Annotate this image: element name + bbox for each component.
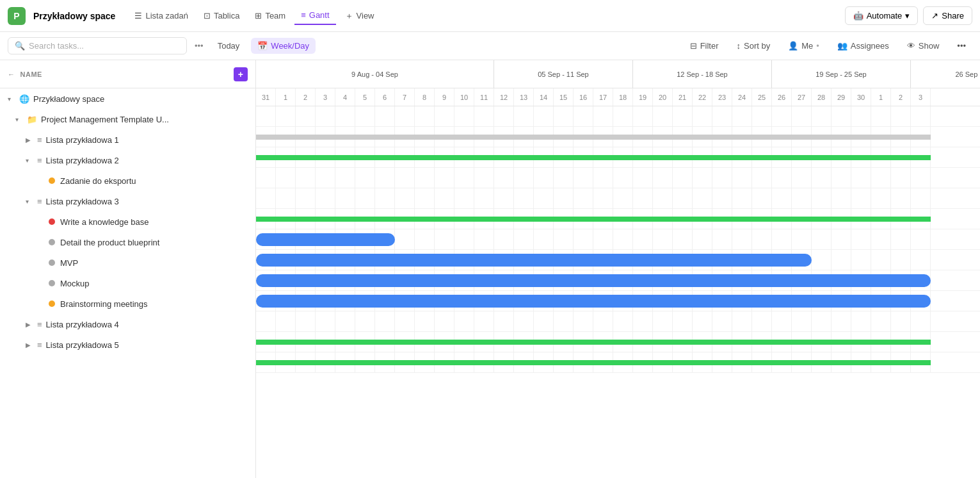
today-button[interactable]: Today xyxy=(211,38,246,54)
day-cell: 1 xyxy=(276,88,296,106)
gantt-period-header: 9 Aug - 04 Sep05 Sep - 11 Sep12 Sep - 18… xyxy=(256,60,980,88)
lista2-label: Lista przykładowa 2 xyxy=(46,156,119,165)
period-label: 19 Sep - 25 Sep xyxy=(772,60,911,88)
back-button[interactable]: ← xyxy=(8,70,15,78)
gantt-bar-green xyxy=(256,217,931,222)
day-cell: 14 xyxy=(534,88,554,106)
space-name: Przykładowy space xyxy=(33,11,115,21)
tree-item-task3[interactable]: MVP xyxy=(0,252,255,273)
tree-item-lista4[interactable]: ▶ ≡ Lista przykładowa 4 xyxy=(0,314,255,334)
day-cell: 15 xyxy=(554,88,574,106)
tree-item-task2[interactable]: Detail the product blueprint xyxy=(0,232,255,252)
tree-item-project[interactable]: ▾ 📁 Project Management Template U... xyxy=(0,109,255,129)
gantt-panel[interactable]: 9 Aug - 04 Sep05 Sep - 11 Sep12 Sep - 18… xyxy=(256,60,980,478)
top-nav: P Przykładowy space ☰ Lista zadań ⊡ Tabl… xyxy=(0,0,980,32)
list-icon: ≡ xyxy=(37,197,42,206)
day-cell: 12 xyxy=(494,88,514,106)
chevron-down-icon: ▾ xyxy=(26,198,33,205)
day-cell: 16 xyxy=(574,88,593,106)
me-label: Me xyxy=(801,41,813,51)
automate-button[interactable]: 🤖 Automate ▾ xyxy=(845,6,919,25)
nav-tablica-label: Tablica xyxy=(214,11,239,21)
chevron-right-icon: ▶ xyxy=(26,136,33,144)
day-cell: 31 xyxy=(256,88,276,106)
assignees-button[interactable]: 👥 Assignees xyxy=(831,38,896,54)
day-cell: 6 xyxy=(375,88,395,106)
chevron-down-icon: ▾ xyxy=(905,11,910,21)
more-toolbar-button[interactable]: ••• xyxy=(951,38,972,54)
lista4-label: Lista przykładowa 4 xyxy=(46,320,119,329)
gantt-bar-blue[interactable] xyxy=(256,274,931,287)
day-cell: 17 xyxy=(593,88,613,106)
tree-item-task4[interactable]: Mockup xyxy=(0,273,255,293)
add-task-button[interactable]: + xyxy=(234,67,248,81)
week-day-button[interactable]: 📅 Week/Day xyxy=(251,38,316,54)
gantt-bar-blue[interactable] xyxy=(256,254,812,267)
day-cell: 29 xyxy=(831,88,851,106)
share-button[interactable]: ↗ Share xyxy=(923,6,972,25)
gantt-bar-blue[interactable] xyxy=(256,295,931,308)
day-cell: 20 xyxy=(653,88,673,106)
tree-item-lista5[interactable]: ▶ ≡ Lista przykładowa 5 xyxy=(0,334,255,355)
day-cell: 10 xyxy=(454,88,474,106)
day-cell: 3 xyxy=(316,88,335,106)
day-cell: 4 xyxy=(335,88,355,106)
more-options-button[interactable]: ••• xyxy=(192,38,206,53)
nav-tablica[interactable]: ⊡ Tablica xyxy=(197,7,246,24)
gantt-row xyxy=(256,291,980,311)
eye-icon: 👁 xyxy=(907,41,915,51)
automate-icon: 🤖 xyxy=(853,11,864,21)
gantt-bar-green xyxy=(256,340,931,345)
period-label: 05 Sep - 11 Sep xyxy=(494,60,633,88)
nav-gantt[interactable]: ≡ Gantt xyxy=(294,6,335,25)
filter-button[interactable]: ⊟ Filter xyxy=(684,38,725,54)
tablica-icon: ⊡ xyxy=(204,11,211,21)
day-cell: 13 xyxy=(514,88,534,106)
project-label: Project Management Template U... xyxy=(41,115,169,124)
task-dot-yellow xyxy=(49,301,55,307)
gantt-row xyxy=(256,270,980,291)
task2-label: Detail the product blueprint xyxy=(60,238,159,247)
gantt-row xyxy=(256,229,980,250)
zadanie-label: Zadanie do eksportu xyxy=(60,176,136,186)
day-cell: 9 xyxy=(435,88,454,106)
lista1-label: Lista przykładowa 1 xyxy=(46,135,119,145)
tree-item-space[interactable]: ▾ 🌐 Przykładowy space xyxy=(0,88,255,109)
tree-item-task1[interactable]: Write a knowledge base xyxy=(0,211,255,232)
tree-item-zadanie[interactable]: Zadanie do eksportu xyxy=(0,170,255,191)
search-box[interactable]: 🔍 Search tasks... xyxy=(8,37,187,54)
gantt-row xyxy=(256,127,980,147)
chevron-down-icon: ▾ xyxy=(26,157,33,164)
filter-label: Filter xyxy=(700,41,719,51)
period-label: 9 Aug - 04 Sep xyxy=(256,60,494,88)
chevron-down-icon: ▾ xyxy=(8,95,15,103)
gantt-bar-gray xyxy=(256,135,931,140)
name-header: ← NAME + xyxy=(0,60,255,88)
share-icon: ↗ xyxy=(931,11,938,21)
chevron-right-icon: ▶ xyxy=(26,321,33,328)
main-content: ← NAME + ▾ 🌐 Przykładowy space ▾ 📁 Proje… xyxy=(0,60,980,478)
sort-by-button[interactable]: ↕ Sort by xyxy=(730,38,777,54)
nav-team-label: Team xyxy=(265,11,285,21)
list-icon: ≡ xyxy=(37,320,42,329)
nav-team[interactable]: ⊞ Team xyxy=(248,7,292,24)
today-label: Today xyxy=(218,41,240,51)
gantt-bar-blue[interactable] xyxy=(256,233,395,246)
tree-item-task5[interactable]: Brainstorming meetings xyxy=(0,293,255,314)
calendar-icon: 📅 xyxy=(257,41,268,51)
me-button[interactable]: 👤 Me • xyxy=(782,38,826,54)
search-placeholder: Search tasks... xyxy=(29,41,84,51)
nav-view[interactable]: ＋ View xyxy=(339,6,381,26)
tree-item-lista2[interactable]: ▾ ≡ Lista przykładowa 2 xyxy=(0,150,255,170)
task-dot-red xyxy=(49,218,55,225)
list-icon: ≡ xyxy=(37,135,42,145)
plus-icon: ＋ xyxy=(345,10,353,22)
task-dot-gray xyxy=(49,260,55,266)
day-cell: 19 xyxy=(633,88,653,106)
nav-lista-zadań[interactable]: ☰ Lista zadań xyxy=(128,7,195,24)
task1-label: Write a knowledge base xyxy=(60,217,149,227)
day-cell: 11 xyxy=(474,88,494,106)
show-button[interactable]: 👁 Show xyxy=(901,38,946,54)
tree-item-lista3[interactable]: ▾ ≡ Lista przykładowa 3 xyxy=(0,191,255,211)
tree-item-lista1[interactable]: ▶ ≡ Lista przykładowa 1 xyxy=(0,129,255,150)
